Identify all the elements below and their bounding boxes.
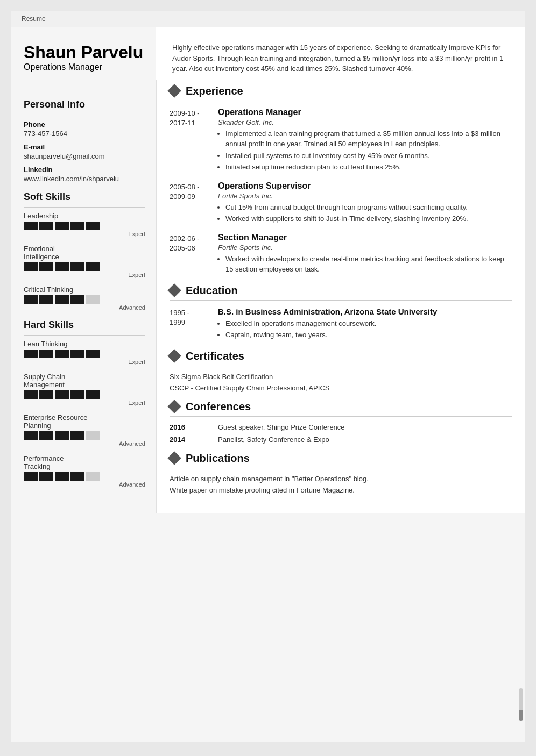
skill-level-leadership: Expert	[24, 231, 145, 237]
bar-3	[55, 350, 69, 358]
soft-skills-title: Soft Skills	[24, 191, 145, 203]
experience-divider	[170, 101, 512, 101]
scrollbar-thumb[interactable]	[519, 710, 523, 721]
job-1-bullets: Implemented a lean training program that…	[218, 129, 512, 173]
job-3: 2002-06 -2005-06 Section Manager Fortile…	[170, 233, 512, 276]
publications-header: Publications	[170, 452, 512, 465]
bar-5-empty	[86, 431, 100, 440]
conf-2-desc: Panelist, Safety Conference & Expo	[218, 436, 329, 444]
bar-1	[24, 350, 38, 358]
education-diamond	[167, 283, 181, 297]
skill-level-erp: Advanced	[24, 440, 145, 447]
bar-1	[24, 262, 38, 271]
bullet: Captain, rowing team, two years.	[225, 330, 512, 340]
skill-level-supply-chain: Expert	[24, 400, 145, 406]
skill-critical: Critical Thinking Advanced	[24, 286, 145, 311]
bar-2	[39, 222, 53, 230]
experience-header: Experience	[170, 85, 512, 97]
education-title: Education	[186, 284, 238, 297]
job-1: 2009-10 -2017-11 Operations Manager Skan…	[170, 108, 512, 174]
bar-2	[39, 350, 53, 358]
job-3-bullets: Worked with developers to create real-ti…	[218, 254, 512, 275]
certificates-header: Certificates	[170, 350, 512, 362]
soft-skills-section: Soft Skills Leadership Expert	[24, 191, 145, 311]
cert-1: Six Sigma Black Belt Certification	[170, 373, 512, 381]
bullet: Cut 15% from annual budget through lean …	[225, 202, 512, 213]
bar-4	[70, 350, 84, 358]
personal-info-divider	[24, 115, 145, 115]
job-1-dates: 2009-10 -2017-11	[170, 108, 218, 174]
pub-2: White paper on mistake proofing cited in…	[170, 486, 512, 494]
phone-value: 773-457-1564	[24, 130, 145, 138]
header-left: Shaun Parvelu Operations Manager	[11, 27, 156, 80]
top-bar-label: Resume	[22, 15, 46, 23]
skill-bars-critical	[24, 295, 145, 304]
personal-info-section: Personal Info Phone 773-457-1564 E-mail …	[24, 99, 145, 183]
bar-3	[55, 431, 69, 440]
bar-5	[86, 262, 100, 271]
bar-1	[24, 390, 38, 399]
edu-1-title: B.S. in Business Administration, Arizona…	[218, 307, 512, 316]
bar-2	[39, 262, 53, 271]
skill-name-emotional: EmotionalIntelligence	[24, 245, 145, 261]
bar-4	[70, 390, 84, 399]
bar-4	[70, 222, 84, 230]
conf-2: 2014 Panelist, Safety Conference & Expo	[170, 436, 512, 444]
scrollbar-track[interactable]	[519, 688, 523, 721]
conf-1: 2016 Guest speaker, Shingo Prize Confere…	[170, 423, 512, 431]
summary-text: Highly effective operations manager with…	[172, 42, 512, 74]
skill-emotional: EmotionalIntelligence Expert	[24, 245, 145, 278]
conf-1-year: 2016	[170, 423, 218, 431]
edu-1: 1995 -1999 B.S. in Business Administrati…	[170, 307, 512, 341]
skill-bars-emotional	[24, 262, 145, 271]
job-3-company: Fortile Sports Inc.	[218, 244, 512, 252]
bar-5-empty	[86, 472, 100, 481]
linkedin-value: www.linkedin.com/in/shparvelu	[24, 175, 145, 183]
publications-diamond	[167, 451, 181, 465]
linkedin-label: LinkedIn	[24, 166, 145, 174]
skill-tracking: PerformanceTracking Advanced	[24, 454, 145, 488]
bar-1	[24, 472, 38, 481]
header-summary: Highly effective operations manager with…	[156, 27, 525, 80]
bar-4	[70, 431, 84, 440]
skill-bars-tracking	[24, 472, 145, 481]
skill-supply-chain: Supply ChainManagement Expert	[24, 373, 145, 406]
hard-skills-section: Hard Skills Lean Thinking Expert	[24, 319, 145, 488]
bar-2	[39, 295, 53, 304]
bullet: Worked with suppliers to shift to Just-I…	[225, 213, 512, 224]
skill-bars-erp	[24, 431, 145, 440]
left-column: Personal Info Phone 773-457-1564 E-mail …	[11, 80, 156, 513]
email-label: E-mail	[24, 143, 145, 151]
bar-3	[55, 390, 69, 399]
email-value: shaunparvelu@gmail.com	[24, 152, 145, 160]
bar-5	[86, 390, 100, 399]
education-section: Education 1995 -1999 B.S. in Business Ad…	[170, 284, 512, 341]
hard-skills-title: Hard Skills	[24, 319, 145, 331]
conferences-header: Conferences	[170, 401, 512, 413]
bar-1	[24, 295, 38, 304]
job-2-title: Operations Supervisor	[218, 181, 512, 191]
bar-2	[39, 390, 53, 399]
right-column: Experience 2009-10 -2017-11 Operations M…	[156, 80, 525, 513]
conferences-title: Conferences	[186, 401, 251, 413]
conf-1-desc: Guest speaker, Shingo Prize Conference	[218, 423, 345, 431]
bar-1	[24, 222, 38, 230]
experience-section: Experience 2009-10 -2017-11 Operations M…	[170, 85, 512, 276]
edu-1-content: B.S. in Business Administration, Arizona…	[218, 307, 512, 341]
soft-skills-divider	[24, 207, 145, 208]
bullet: Initiated setup time reduction plan to c…	[225, 162, 512, 173]
job-2-bullets: Cut 15% from annual budget through lean …	[218, 202, 512, 224]
job-1-company: Skander Golf, Inc.	[218, 118, 512, 126]
bar-5-empty	[86, 295, 100, 304]
job-2-company: Fortile Sports Inc.	[218, 192, 512, 200]
certificates-diamond	[167, 349, 181, 362]
certificates-title: Certificates	[186, 350, 244, 362]
bar-3	[55, 222, 69, 230]
job-1-title: Operations Manager	[218, 108, 512, 117]
skill-leadership: Leadership Expert	[24, 212, 145, 237]
bar-3	[55, 262, 69, 271]
conferences-divider	[170, 416, 512, 417]
bar-3	[55, 472, 69, 481]
skill-level-tracking: Advanced	[24, 481, 145, 488]
skill-bars-supply-chain	[24, 390, 145, 399]
